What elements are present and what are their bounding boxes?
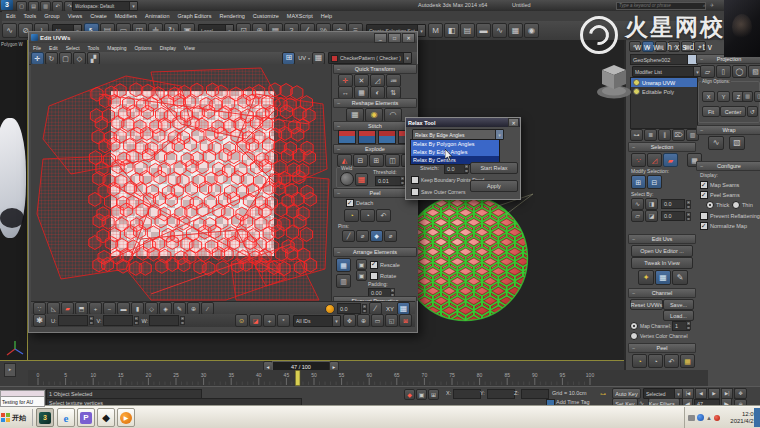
pin-point-icon[interactable]: ◆ <box>370 230 383 242</box>
uv-canvas[interactable] <box>31 64 331 301</box>
uv-close-button[interactable]: ✕ <box>402 33 415 43</box>
ignore-backfacing-icon[interactable]: ∿ <box>631 198 644 210</box>
isolate-selection-icon[interactable]: ◆ <box>404 389 415 400</box>
object-name-field[interactable]: GeoSphere002 <box>630 54 691 65</box>
uv-menu-edit[interactable]: Edit <box>45 45 62 51</box>
rollout-wrap[interactable]: −Wrap <box>696 125 760 135</box>
uv-zoom-icon[interactable]: ⊕ <box>357 314 370 327</box>
left-viewport[interactable]: Polygon W <box>0 40 28 361</box>
menu-tools[interactable]: Tools <box>19 13 40 19</box>
tray-printer-icon[interactable] <box>688 415 695 421</box>
align-icon[interactable]: ◧ <box>444 23 459 38</box>
box-map-icon[interactable]: ▧ <box>748 65 760 78</box>
help-icon[interactable]: ✈ <box>710 2 714 8</box>
mirror-icon[interactable]: M <box>428 23 443 38</box>
stretch-spinner[interactable]: ▴▾ <box>464 164 469 172</box>
brush-icon[interactable]: ✎ <box>672 270 688 285</box>
schematic-view-icon[interactable]: ▦ <box>508 23 523 38</box>
menu-animation[interactable]: Animation <box>141 13 173 19</box>
uv-scale-icon[interactable]: ▢ <box>59 52 72 65</box>
menu-views[interactable]: Views <box>64 13 87 19</box>
shrink-selection-icon[interactable]: ⊟ <box>647 175 662 189</box>
map-seams-checkbox[interactable]: Map Seams <box>700 181 739 189</box>
uv-soft-selection-lock-icon[interactable]: ⊙ <box>235 314 248 327</box>
rollout-configure[interactable]: −Configure <box>696 161 760 171</box>
stitch-average-icon[interactable] <box>358 130 376 144</box>
relax-close-button[interactable]: ✕ <box>508 118 519 127</box>
tray-network-icon[interactable] <box>697 414 704 421</box>
uv-texture-dropdown[interactable]: CheckerPattern ( Checker )▾ <box>328 52 412 64</box>
reshape-grid-icon[interactable]: ▦ <box>346 108 364 122</box>
relax-title-bar[interactable]: Relax Tool ✕ <box>406 118 520 127</box>
uv-pan-icon[interactable]: ✥ <box>343 314 356 327</box>
quick-planar-map-icon[interactable]: ✦ <box>638 270 654 285</box>
v-field[interactable] <box>103 315 133 326</box>
spherical-map-icon[interactable]: ◯ <box>732 65 747 78</box>
pan-view-icon[interactable]: ✥ <box>734 388 747 399</box>
menu-edit[interactable]: Edit <box>2 13 19 19</box>
tray-updates-icon[interactable]: ▲ <box>706 415 712 421</box>
language-bar[interactable] <box>754 408 760 427</box>
menu-customize[interactable]: Customize <box>249 13 283 19</box>
sel-edge-icon[interactable]: ◿ <box>647 153 662 167</box>
timeline-ruler[interactable]: 0510152025303540455055606570758085909510… <box>28 370 708 386</box>
uv-menu-mapping[interactable]: Mapping <box>103 45 130 51</box>
menu-modifiers[interactable]: Modifiers <box>111 13 141 19</box>
uv-menu-select[interactable]: Select <box>62 45 84 51</box>
workspace-dropdown[interactable]: Workspace: Default▾ <box>72 1 138 11</box>
weld-target-icon[interactable]: ▦ <box>355 173 368 186</box>
align-y-button[interactable]: Y <box>717 91 730 102</box>
uv-menu-options[interactable]: Options <box>130 45 155 51</box>
taskbar-clock[interactable]: 12:09 2021/4/23 <box>730 411 757 425</box>
search-input[interactable] <box>616 2 706 10</box>
reset-projection-icon[interactable]: ↺ <box>747 106 758 117</box>
uv-menu-tools[interactable]: Tools <box>84 45 104 51</box>
normalize-map-checkbox[interactable]: Normalize Map <box>700 222 747 230</box>
taskbar-3dsmax-icon[interactable]: 3 <box>36 408 54 427</box>
uv-mirror-icon[interactable]: ▞ <box>87 52 100 65</box>
soft-selection-icon[interactable] <box>325 304 335 314</box>
xy-space-toggle[interactable]: XY <box>386 306 394 312</box>
tab-modify[interactable]: ∿ <box>642 41 654 52</box>
pack-icon[interactable]: ▥ <box>336 274 351 288</box>
modifier-stack[interactable]: Unwrap UVWEditable Poly <box>630 77 698 129</box>
map-channel-radio[interactable]: Map Channel: <box>630 322 671 330</box>
start-relax-button[interactable]: Start Relax <box>470 162 518 174</box>
peel-quick-icon[interactable]: ◔ <box>344 209 359 222</box>
rollout-edit-uvs[interactable]: −Edit Uvs <box>628 234 696 244</box>
rollout-selection[interactable]: −Selection <box>628 142 696 152</box>
uv-minimize-button[interactable]: _ <box>374 33 387 43</box>
sel-polygon-icon[interactable]: ▰ <box>663 153 678 167</box>
viewport-helper-object[interactable] <box>590 58 638 102</box>
menu-group[interactable]: Group <box>40 13 63 19</box>
make-unique-icon[interactable]: ∥ <box>658 129 671 141</box>
rollout-channel[interactable]: −Channel <box>628 288 696 298</box>
align-x-button[interactable]: X <box>702 91 715 102</box>
reshape-sun-icon[interactable]: ◉ <box>365 108 383 122</box>
uv-move-icon[interactable]: ✛ <box>31 52 44 65</box>
reshape-dome-icon[interactable]: ◠ <box>384 108 402 122</box>
uv-freeze-icon[interactable]: * <box>277 314 290 327</box>
rescale-checkbox[interactable]: ▣Rescale <box>356 259 400 270</box>
stitch-source-icon[interactable] <box>378 130 396 144</box>
tab-motion[interactable]: ◔ <box>668 41 680 52</box>
selection-lock-icon[interactable]: ▣ <box>416 389 427 400</box>
material-id-icon[interactable]: ◪ <box>645 210 658 222</box>
angle-field[interactable]: 0.0 <box>337 303 361 314</box>
x-coord-field[interactable] <box>453 389 481 399</box>
id-filter-dropdown[interactable]: All IDs▾ <box>293 315 341 327</box>
taskbar-player-icon[interactable]: ▶ <box>117 408 135 427</box>
track-bar[interactable]: ◂ 47 / 100 ▸ 051015202530354045505560657… <box>28 361 708 386</box>
pin-erase-icon[interactable]: ⌀ <box>356 230 369 242</box>
unfold-strip-icon[interactable]: ▧ <box>729 136 745 150</box>
thick-radio[interactable]: Thick <box>706 201 729 209</box>
open-mini-curve-editor-button[interactable]: ▸ <box>4 363 16 377</box>
rollout-arrange-elements[interactable]: −Arrange Elements <box>333 247 417 257</box>
taskbar-ie-icon[interactable]: e <box>57 408 75 427</box>
curve-editor-icon[interactable]: ∿ <box>492 23 507 38</box>
rollout-cp-peel[interactable]: −Peel <box>628 343 696 353</box>
pin-draw-icon[interactable]: ╱ <box>342 230 355 242</box>
graphite-ribbon-icon[interactable]: ▬ <box>476 23 491 38</box>
uv-lock-selection-icon[interactable]: ⊠ <box>399 314 412 327</box>
open-uv-editor-button[interactable]: Open Uv Editor ... <box>631 245 693 257</box>
